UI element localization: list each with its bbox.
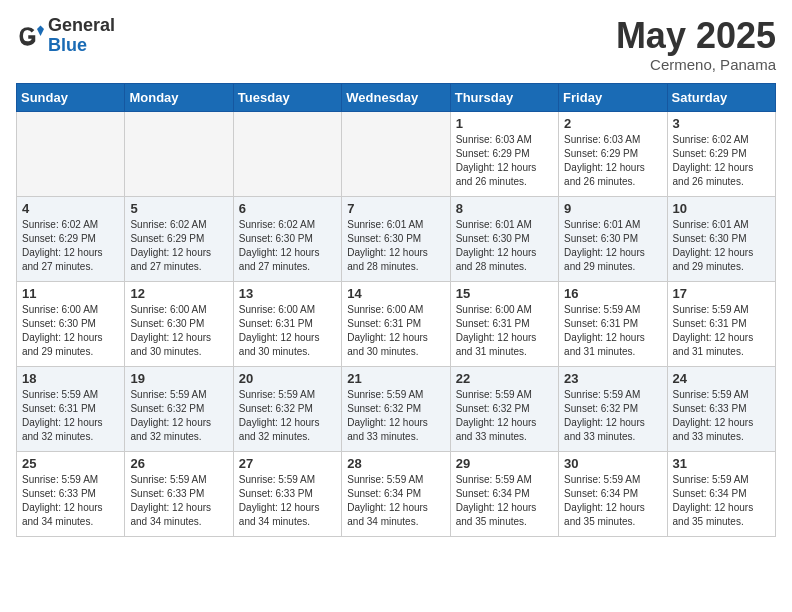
day-number: 13 <box>239 286 336 301</box>
calendar-cell: 23Sunrise: 5:59 AMSunset: 6:32 PMDayligh… <box>559 366 667 451</box>
calendar-cell: 17Sunrise: 5:59 AMSunset: 6:31 PMDayligh… <box>667 281 775 366</box>
month-title: May 2025 <box>616 16 776 56</box>
day-number: 26 <box>130 456 227 471</box>
day-info: Sunrise: 6:02 AMSunset: 6:30 PMDaylight:… <box>239 218 336 274</box>
calendar-cell: 29Sunrise: 5:59 AMSunset: 6:34 PMDayligh… <box>450 451 558 536</box>
calendar-cell: 19Sunrise: 5:59 AMSunset: 6:32 PMDayligh… <box>125 366 233 451</box>
day-info: Sunrise: 6:02 AMSunset: 6:29 PMDaylight:… <box>673 133 770 189</box>
day-info: Sunrise: 6:03 AMSunset: 6:29 PMDaylight:… <box>564 133 661 189</box>
calendar-cell: 10Sunrise: 6:01 AMSunset: 6:30 PMDayligh… <box>667 196 775 281</box>
page-header: General Blue May 2025 Cermeno, Panama <box>16 16 776 73</box>
calendar-cell: 12Sunrise: 6:00 AMSunset: 6:30 PMDayligh… <box>125 281 233 366</box>
calendar-cell <box>233 111 341 196</box>
day-info: Sunrise: 6:01 AMSunset: 6:30 PMDaylight:… <box>673 218 770 274</box>
day-info: Sunrise: 6:01 AMSunset: 6:30 PMDaylight:… <box>347 218 444 274</box>
day-number: 23 <box>564 371 661 386</box>
calendar-cell: 2Sunrise: 6:03 AMSunset: 6:29 PMDaylight… <box>559 111 667 196</box>
day-number: 30 <box>564 456 661 471</box>
day-info: Sunrise: 5:59 AMSunset: 6:33 PMDaylight:… <box>22 473 119 529</box>
day-info: Sunrise: 6:00 AMSunset: 6:30 PMDaylight:… <box>22 303 119 359</box>
day-info: Sunrise: 6:02 AMSunset: 6:29 PMDaylight:… <box>130 218 227 274</box>
calendar-cell: 28Sunrise: 5:59 AMSunset: 6:34 PMDayligh… <box>342 451 450 536</box>
day-info: Sunrise: 5:59 AMSunset: 6:33 PMDaylight:… <box>130 473 227 529</box>
calendar-cell: 25Sunrise: 5:59 AMSunset: 6:33 PMDayligh… <box>17 451 125 536</box>
day-number: 7 <box>347 201 444 216</box>
day-info: Sunrise: 5:59 AMSunset: 6:34 PMDaylight:… <box>564 473 661 529</box>
day-number: 17 <box>673 286 770 301</box>
calendar-cell: 27Sunrise: 5:59 AMSunset: 6:33 PMDayligh… <box>233 451 341 536</box>
logo-general-text: General <box>48 15 115 35</box>
day-info: Sunrise: 5:59 AMSunset: 6:33 PMDaylight:… <box>239 473 336 529</box>
col-header-monday: Monday <box>125 83 233 111</box>
day-number: 21 <box>347 371 444 386</box>
calendar-table: SundayMondayTuesdayWednesdayThursdayFrid… <box>16 83 776 537</box>
day-info: Sunrise: 5:59 AMSunset: 6:31 PMDaylight:… <box>564 303 661 359</box>
day-info: Sunrise: 6:01 AMSunset: 6:30 PMDaylight:… <box>456 218 553 274</box>
calendar-cell: 1Sunrise: 6:03 AMSunset: 6:29 PMDaylight… <box>450 111 558 196</box>
day-number: 3 <box>673 116 770 131</box>
day-number: 11 <box>22 286 119 301</box>
calendar-week-row: 11Sunrise: 6:00 AMSunset: 6:30 PMDayligh… <box>17 281 776 366</box>
calendar-cell: 22Sunrise: 5:59 AMSunset: 6:32 PMDayligh… <box>450 366 558 451</box>
calendar-cell: 6Sunrise: 6:02 AMSunset: 6:30 PMDaylight… <box>233 196 341 281</box>
col-header-thursday: Thursday <box>450 83 558 111</box>
day-number: 29 <box>456 456 553 471</box>
calendar-cell: 13Sunrise: 6:00 AMSunset: 6:31 PMDayligh… <box>233 281 341 366</box>
day-info: Sunrise: 5:59 AMSunset: 6:31 PMDaylight:… <box>22 388 119 444</box>
calendar-cell: 11Sunrise: 6:00 AMSunset: 6:30 PMDayligh… <box>17 281 125 366</box>
day-info: Sunrise: 5:59 AMSunset: 6:34 PMDaylight:… <box>673 473 770 529</box>
day-number: 24 <box>673 371 770 386</box>
day-info: Sunrise: 6:01 AMSunset: 6:30 PMDaylight:… <box>564 218 661 274</box>
day-info: Sunrise: 6:00 AMSunset: 6:31 PMDaylight:… <box>239 303 336 359</box>
day-number: 1 <box>456 116 553 131</box>
day-info: Sunrise: 5:59 AMSunset: 6:32 PMDaylight:… <box>564 388 661 444</box>
location-text: Cermeno, Panama <box>616 56 776 73</box>
day-info: Sunrise: 6:00 AMSunset: 6:31 PMDaylight:… <box>347 303 444 359</box>
day-number: 19 <box>130 371 227 386</box>
day-number: 8 <box>456 201 553 216</box>
day-info: Sunrise: 5:59 AMSunset: 6:34 PMDaylight:… <box>347 473 444 529</box>
calendar-cell: 16Sunrise: 5:59 AMSunset: 6:31 PMDayligh… <box>559 281 667 366</box>
calendar-cell: 5Sunrise: 6:02 AMSunset: 6:29 PMDaylight… <box>125 196 233 281</box>
calendar-week-row: 25Sunrise: 5:59 AMSunset: 6:33 PMDayligh… <box>17 451 776 536</box>
calendar-cell <box>125 111 233 196</box>
title-block: May 2025 Cermeno, Panama <box>616 16 776 73</box>
calendar-cell: 21Sunrise: 5:59 AMSunset: 6:32 PMDayligh… <box>342 366 450 451</box>
day-info: Sunrise: 6:00 AMSunset: 6:30 PMDaylight:… <box>130 303 227 359</box>
day-number: 14 <box>347 286 444 301</box>
day-number: 15 <box>456 286 553 301</box>
day-info: Sunrise: 6:02 AMSunset: 6:29 PMDaylight:… <box>22 218 119 274</box>
calendar-cell: 9Sunrise: 6:01 AMSunset: 6:30 PMDaylight… <box>559 196 667 281</box>
calendar-cell: 18Sunrise: 5:59 AMSunset: 6:31 PMDayligh… <box>17 366 125 451</box>
day-number: 20 <box>239 371 336 386</box>
col-header-tuesday: Tuesday <box>233 83 341 111</box>
calendar-week-row: 1Sunrise: 6:03 AMSunset: 6:29 PMDaylight… <box>17 111 776 196</box>
calendar-cell: 26Sunrise: 5:59 AMSunset: 6:33 PMDayligh… <box>125 451 233 536</box>
calendar-cell: 24Sunrise: 5:59 AMSunset: 6:33 PMDayligh… <box>667 366 775 451</box>
col-header-sunday: Sunday <box>17 83 125 111</box>
day-info: Sunrise: 5:59 AMSunset: 6:32 PMDaylight:… <box>239 388 336 444</box>
day-info: Sunrise: 5:59 AMSunset: 6:31 PMDaylight:… <box>673 303 770 359</box>
logo-blue-text: Blue <box>48 35 87 55</box>
day-number: 25 <box>22 456 119 471</box>
calendar-week-row: 18Sunrise: 5:59 AMSunset: 6:31 PMDayligh… <box>17 366 776 451</box>
day-number: 12 <box>130 286 227 301</box>
calendar-header-row: SundayMondayTuesdayWednesdayThursdayFrid… <box>17 83 776 111</box>
col-header-saturday: Saturday <box>667 83 775 111</box>
day-number: 9 <box>564 201 661 216</box>
day-info: Sunrise: 5:59 AMSunset: 6:32 PMDaylight:… <box>456 388 553 444</box>
calendar-cell: 7Sunrise: 6:01 AMSunset: 6:30 PMDaylight… <box>342 196 450 281</box>
day-number: 18 <box>22 371 119 386</box>
calendar-cell: 8Sunrise: 6:01 AMSunset: 6:30 PMDaylight… <box>450 196 558 281</box>
calendar-cell: 15Sunrise: 6:00 AMSunset: 6:31 PMDayligh… <box>450 281 558 366</box>
day-number: 27 <box>239 456 336 471</box>
day-info: Sunrise: 5:59 AMSunset: 6:34 PMDaylight:… <box>456 473 553 529</box>
day-number: 28 <box>347 456 444 471</box>
day-number: 4 <box>22 201 119 216</box>
col-header-friday: Friday <box>559 83 667 111</box>
day-number: 5 <box>130 201 227 216</box>
day-number: 2 <box>564 116 661 131</box>
day-info: Sunrise: 6:03 AMSunset: 6:29 PMDaylight:… <box>456 133 553 189</box>
day-info: Sunrise: 5:59 AMSunset: 6:32 PMDaylight:… <box>130 388 227 444</box>
day-info: Sunrise: 5:59 AMSunset: 6:33 PMDaylight:… <box>673 388 770 444</box>
